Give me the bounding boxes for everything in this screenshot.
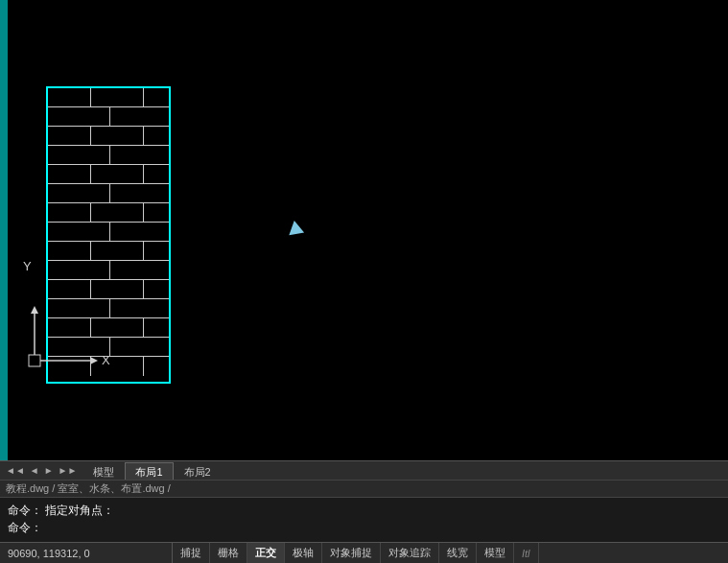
tab-layout2[interactable]: 布局2: [174, 462, 222, 480]
command-label-1: 命令：: [8, 504, 42, 517]
italic-label: Itl: [514, 543, 539, 563]
svg-marker-4: [90, 357, 98, 364]
model-button[interactable]: 模型: [477, 543, 514, 563]
tab-nav-buttons: ◄◄ ◄ ► ►►: [0, 465, 82, 476]
tab-model[interactable]: 模型: [82, 462, 125, 480]
coordinate-display: 90690, 119312, 0: [0, 543, 173, 563]
svg-rect-0: [29, 355, 40, 366]
bottom-status-strip: 90690, 119312, 0 捕捉 栅格 正交 极轴 对象捕捉 对象追踪 线…: [0, 542, 728, 563]
ucs-icon: X: [10, 302, 134, 379]
command-line-1: 命令： 指定对角点：: [8, 502, 720, 519]
command-label-2: 命令：: [8, 521, 42, 534]
left-strip: [0, 0, 8, 460]
file-path-text: 教程.dwg / 室室、水条、布置.dwg /: [6, 481, 171, 496]
osnap-button[interactable]: 对象捕捉: [322, 543, 381, 563]
mouse-cursor: [287, 220, 304, 236]
lineweight-button[interactable]: 线宽: [439, 543, 477, 563]
tab-last-button[interactable]: ►►: [57, 465, 80, 476]
tab-next-button[interactable]: ►: [42, 465, 56, 476]
file-path-bar: 教程.dwg / 室室、水条、布置.dwg /: [0, 481, 728, 498]
svg-text:X: X: [102, 353, 110, 367]
polar-button[interactable]: 极轴: [285, 543, 322, 563]
ortho-button[interactable]: 正交: [247, 543, 285, 563]
svg-marker-2: [31, 306, 38, 314]
ucs-y-label: Y: [23, 259, 32, 273]
tab-first-button[interactable]: ◄◄: [4, 465, 27, 476]
cad-canvas[interactable]: Y X: [0, 0, 728, 460]
command-value-1: 指定对角点：: [45, 504, 114, 517]
coord-value: 90690, 119312, 0: [8, 548, 90, 559]
command-area: 命令： 指定对角点： 命令：: [0, 498, 728, 540]
tab-prev-button[interactable]: ◄: [28, 465, 41, 476]
grid-button[interactable]: 栅格: [210, 543, 247, 563]
snap-button[interactable]: 捕捉: [173, 543, 210, 563]
tab-layout1[interactable]: 布局1: [125, 462, 173, 480]
status-buttons: 捕捉 栅格 正交 极轴 对象捕捉 对象追踪 线宽 模型 Itl: [173, 543, 728, 563]
command-line-2: 命令：: [8, 519, 720, 536]
tab-bar: ◄◄ ◄ ► ►► 模型 布局1 布局2: [0, 460, 728, 480]
otrack-button[interactable]: 对象追踪: [381, 543, 439, 563]
